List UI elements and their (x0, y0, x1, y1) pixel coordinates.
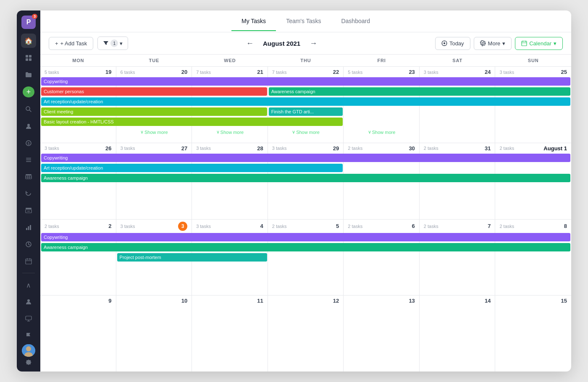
sidebar-item-person2[interactable] (21, 295, 36, 309)
grid-lines-3 (40, 232, 571, 296)
prev-month-button[interactable]: ← (244, 37, 256, 50)
week-row-2: 3 tasks26 3 tasks27 3 tasks28 3 tasks29 … (40, 143, 571, 220)
calendar-header: MON TUE WED THU FRI SAT SUN (40, 55, 571, 67)
show-more-link[interactable]: ∨Show more (345, 129, 418, 135)
sidebar-item-flag[interactable] (21, 329, 36, 343)
settings-icon[interactable] (26, 359, 32, 366)
event-bar[interactable]: Customer personas (41, 87, 267, 96)
day-8[interactable]: 2 tasks8 (495, 220, 571, 232)
filter-button[interactable]: 1 ▾ (97, 37, 128, 50)
event-bar[interactable]: Art reception/update/creation (41, 164, 343, 172)
day-13[interactable]: 13 (344, 296, 420, 305)
day-7[interactable]: 2 tasks7 (420, 220, 496, 232)
tab-dashboard[interactable]: Dashboard (331, 12, 380, 31)
sidebar-item-table[interactable] (21, 170, 36, 184)
calendar-label: Calendar (529, 40, 551, 47)
event-bar[interactable]: Copywriting (41, 233, 570, 241)
sidebar-logo[interactable]: P 3 (21, 16, 36, 29)
tab-teams-tasks[interactable]: Team's Tasks (276, 12, 331, 31)
day-aug1[interactable]: 2 tasksAugust 1 (495, 143, 571, 153)
svg-rect-12 (26, 174, 32, 175)
top-nav: My Tasks Team's Tasks Dashboard (40, 10, 571, 32)
week-row-1: 5 tasks19 6 tasks20 7 tasks21 7 tasks22 … (40, 67, 571, 143)
sidebar-item-chart[interactable] (21, 220, 36, 235)
show-more-link[interactable]: ∨Show more (118, 129, 191, 135)
svg-rect-22 (30, 225, 31, 230)
sidebar: P 3 🏠 + (17, 10, 40, 372)
week-row-4: 9 10 11 12 13 14 15 (40, 296, 571, 372)
day-22[interactable]: 7 tasks22 (268, 67, 344, 76)
header-sun: SUN (495, 55, 571, 66)
day-31[interactable]: 2 tasks31 (420, 143, 496, 153)
main-content: My Tasks Team's Tasks Dashboard + + Add … (40, 10, 571, 372)
day-14[interactable]: 14 (420, 296, 496, 305)
event-bar[interactable]: Basic layout creation - HMTL/CSS (41, 118, 343, 126)
day-30[interactable]: 2 tasks30 (344, 143, 420, 153)
sidebar-item-archive[interactable] (21, 203, 36, 217)
today-icon (441, 40, 447, 46)
event-bar[interactable]: Awareness campaign (41, 174, 570, 182)
day-28[interactable]: 3 tasks28 (192, 143, 268, 153)
svg-rect-1 (29, 55, 32, 58)
today-button[interactable]: Today (435, 37, 470, 50)
days-header-row-1: 5 tasks19 6 tasks20 7 tasks21 7 tasks22 … (40, 67, 571, 76)
event-bar[interactable]: Awareness campaign (269, 87, 570, 96)
day-23[interactable]: 5 tasks23 (344, 67, 420, 76)
sidebar-item-folder[interactable] (21, 68, 36, 82)
day-26[interactable]: 3 tasks26 (40, 143, 116, 153)
event-bar[interactable]: Copywriting (41, 154, 570, 162)
day-29[interactable]: 3 tasks29 (268, 143, 344, 153)
show-more-link[interactable]: ∨Show more (270, 129, 342, 135)
event-bar[interactable]: Copywriting (41, 77, 570, 86)
day-9[interactable]: 9 (40, 296, 116, 305)
event-bar[interactable]: Client meeting (41, 107, 267, 116)
sidebar-item-clock[interactable] (21, 237, 36, 251)
day-24[interactable]: 3 tasks24 (420, 67, 496, 76)
calendar-grid: MON TUE WED THU FRI SAT SUN 5 tasks19 6 … (40, 55, 571, 372)
sidebar-item-search[interactable] (21, 102, 36, 116)
day-25[interactable]: 3 tasks25 (495, 67, 571, 76)
sidebar-item-list[interactable] (21, 153, 36, 167)
calendar-icon (521, 40, 527, 46)
show-more-link[interactable]: ∨Show more (194, 129, 266, 135)
event-bar[interactable]: Finish the GTD arti... (269, 107, 343, 116)
tab-my-tasks[interactable]: My Tasks (231, 12, 276, 31)
day-4[interactable]: 3 tasks4 (192, 220, 268, 232)
add-button[interactable]: + (23, 86, 34, 98)
header-fri: FRI (344, 55, 420, 66)
add-task-button[interactable]: + + Add Task (49, 37, 93, 50)
more-button[interactable]: More ▾ (474, 37, 512, 50)
event-bar[interactable]: Awareness campaign (41, 243, 570, 251)
user-avatar[interactable] (22, 344, 35, 357)
event-bar[interactable]: Art reception/update/creation (41, 97, 570, 106)
day-11[interactable]: 11 (192, 296, 268, 305)
day-3[interactable]: 3 tasks3 (116, 220, 192, 232)
grid-lines-2 (40, 153, 571, 219)
sidebar-item-notifications[interactable] (21, 311, 36, 326)
sidebar-item-home[interactable]: 🏠 (21, 34, 36, 48)
sidebar-item-grid[interactable] (21, 50, 36, 65)
day-6[interactable]: 2 tasks6 (344, 220, 420, 232)
event-bar[interactable]: Project post-mortem (117, 253, 267, 262)
day-15[interactable]: 15 (495, 296, 571, 305)
more-chevron: ▾ (502, 40, 505, 47)
sidebar-item-refresh[interactable] (21, 186, 36, 201)
day-2[interactable]: 2 tasks2 (40, 220, 116, 232)
day-12[interactable]: 12 (268, 296, 344, 305)
sidebar-collapse[interactable]: ∧ (21, 278, 36, 292)
plus-icon: + (55, 40, 58, 47)
next-month-button[interactable]: → (307, 37, 320, 50)
nav-tabs: My Tasks Team's Tasks Dashboard (231, 12, 380, 31)
days-header-row-3: 2 tasks2 3 tasks3 3 tasks4 2 tasks5 2 ta… (40, 220, 571, 232)
day-21[interactable]: 7 tasks21 (192, 67, 268, 76)
day-10[interactable]: 10 (116, 296, 192, 305)
calendar-view-button[interactable]: Calendar ▾ (515, 37, 563, 50)
sidebar-item-dollar[interactable]: $ (21, 136, 36, 150)
day-27[interactable]: 3 tasks27 (116, 143, 192, 153)
day-20[interactable]: 6 tasks20 (116, 67, 192, 76)
day-5[interactable]: 2 tasks5 (268, 220, 344, 232)
sidebar-item-person[interactable] (21, 119, 36, 133)
header-wed: WED (192, 55, 268, 66)
day-19[interactable]: 5 tasks19 (40, 67, 116, 76)
sidebar-item-calendar[interactable] (21, 254, 36, 268)
